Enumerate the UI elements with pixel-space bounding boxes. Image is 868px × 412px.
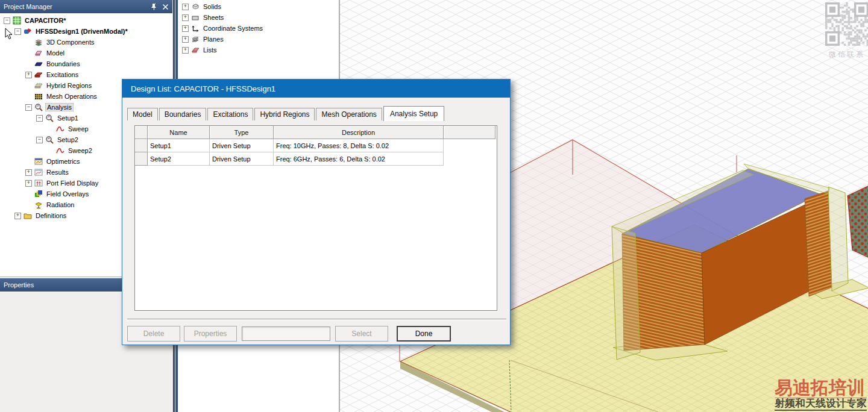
tree-item-solids[interactable]: +Solids — [178, 1, 339, 12]
tab-model[interactable]: Model — [127, 108, 158, 120]
dialog-title: Design List: CAPACITOR - HFSSDesign1 — [131, 84, 275, 93]
expander-excitations[interactable]: + — [25, 72, 32, 78]
analysis-icon — [34, 103, 44, 111]
tree-item-lists[interactable]: +Lists — [178, 45, 339, 55]
tab-hybrid-regions[interactable]: Hybrid Regions — [254, 108, 315, 120]
cell-description: Freq: 10GHz, Passes: 8, Delta S: 0.02 — [274, 139, 444, 152]
boundaries-icon — [34, 60, 44, 68]
expander-capacitor[interactable]: − — [4, 17, 10, 24]
row-selector[interactable] — [135, 152, 148, 166]
brand-watermark: 易迪拓培训 射频和天线设计专家 — [775, 378, 867, 411]
excitations-icon — [34, 70, 44, 79]
done-button[interactable]: Done — [397, 326, 451, 342]
lists-icon — [191, 46, 201, 54]
tree-item-planes[interactable]: +Planes — [178, 34, 339, 45]
expander-analysis[interactable]: − — [25, 104, 32, 111]
tree-item-label: Sweep2 — [67, 147, 93, 154]
tree-item-boundaries[interactable]: Boundaries — [0, 58, 172, 69]
tree-item-label: 3D Components — [45, 39, 96, 46]
brand-name: 易迪拓培训 — [775, 378, 867, 399]
column-header-empty — [444, 126, 495, 139]
properties-title: Properties — [4, 281, 34, 289]
tree-item-label: Boundaries — [45, 60, 81, 67]
pin-icon[interactable] — [151, 3, 157, 10]
tree-item-label: Solids — [202, 3, 222, 10]
qr-code-icon — [825, 2, 868, 46]
delete-button[interactable]: Delete — [127, 326, 180, 342]
tree-item-label: Setup1 — [56, 114, 80, 122]
expander-coordinate-systems[interactable]: + — [182, 25, 189, 32]
dialog-text-input[interactable] — [242, 326, 330, 341]
brand-tagline: 射频和天线设计专家 — [775, 398, 867, 411]
tree-item-label: Lists — [202, 46, 218, 54]
column-header-type: Type — [210, 126, 274, 139]
expander-setup1[interactable]: − — [36, 115, 43, 122]
properties-button[interactable]: Properties — [184, 326, 237, 342]
qr-watermark: 微信联系 — [825, 2, 868, 60]
tree-item-3d-components[interactable]: 3D Components — [0, 37, 172, 48]
select-button[interactable]: Select — [335, 326, 388, 342]
qr-caption: 微信联系 — [825, 49, 868, 60]
sweep-icon — [56, 146, 66, 155]
mesh-icon — [34, 92, 44, 101]
expander-port-field-display[interactable]: + — [25, 180, 32, 187]
column-header-name: Name — [148, 126, 210, 139]
expander-definitions[interactable]: + — [14, 213, 21, 219]
expander-planes[interactable]: + — [182, 36, 189, 43]
tree-item-label: Model — [45, 49, 66, 57]
expander-hfssdesign1-drivenmodal[interactable]: − — [14, 28, 21, 35]
tab-mesh-operations[interactable]: Mesh Operations — [316, 108, 382, 120]
hfss-window: Project Manager −CAPACITOR*−HFSSDesign1 … — [0, 0, 868, 412]
terminal-cap-right — [828, 187, 848, 291]
tab-analysis-setup[interactable]: Analysis Setup — [383, 106, 444, 121]
design-list-dialog: Design List: CAPACITOR - HFSSDesign1 Mod… — [122, 79, 511, 345]
setup-row-setup1[interactable]: Setup1Driven SetupFreq: 10GHz, Passes: 8… — [135, 139, 497, 152]
cell-name: Setup1 — [148, 139, 210, 152]
sheets-icon — [191, 13, 201, 22]
results-icon — [34, 168, 44, 176]
optimetrics-icon — [34, 157, 44, 166]
design-icon — [24, 27, 33, 36]
expander-lists[interactable]: + — [182, 47, 189, 54]
expander-setup2[interactable]: − — [36, 137, 43, 143]
tree-item-hfssdesign1-drivenmodal[interactable]: −HFSSDesign1 (DrivenModal)* — [0, 26, 172, 37]
cell-type: Driven Setup — [210, 139, 274, 152]
expander-results[interactable]: + — [25, 169, 32, 176]
tree-item-model[interactable]: Model — [0, 48, 172, 58]
setup-icon — [45, 136, 55, 144]
radiation-icon — [34, 201, 44, 209]
solids-icon — [191, 2, 201, 11]
tree-item-label: Analysis — [45, 103, 74, 111]
portfield-icon — [34, 179, 44, 187]
tab-excitations[interactable]: Excitations — [207, 108, 253, 120]
tree-item-label: Results — [45, 169, 70, 176]
close-icon[interactable] — [162, 4, 169, 10]
project-manager-titlebar[interactable]: Project Manager — [0, 0, 172, 13]
cell-description: Freq: 6GHz, Passes: 6, Delta S: 0.02 — [274, 152, 444, 166]
tab-boundaries[interactable]: Boundaries — [159, 108, 207, 120]
expander-solids[interactable]: + — [182, 4, 189, 10]
tree-item-coordinate-systems[interactable]: +Coordinate Systems — [178, 23, 339, 34]
expander-sheets[interactable]: + — [182, 14, 189, 21]
components3d-icon — [34, 38, 44, 46]
tree-item-label: HFSSDesign1 (DrivenModal)* — [34, 28, 129, 35]
tree-item-capacitor[interactable]: −CAPACITOR* — [0, 15, 172, 26]
row-selector[interactable] — [135, 139, 148, 152]
terminal-cap-left — [612, 226, 640, 360]
tree-item-label: Field Overlays — [45, 190, 90, 198]
column-header-empty — [135, 126, 148, 139]
setup-icon — [45, 114, 55, 122]
hybrid-icon — [34, 81, 44, 90]
tree-item-label: Port Field Display — [45, 179, 99, 187]
folder-icon — [24, 211, 33, 220]
tree-item-label: Hybrid Regions — [45, 82, 93, 89]
tree-item-label: Setup2 — [56, 136, 80, 143]
dialog-titlebar[interactable]: Design List: CAPACITOR - HFSSDesign1 — [122, 80, 510, 98]
setup-row-setup2[interactable]: Setup2Driven SetupFreq: 6GHz, Passes: 6,… — [135, 152, 497, 166]
dialog-tabs: ModelBoundariesExcitationsHybrid Regions… — [127, 106, 445, 120]
tree-item-sheets[interactable]: +Sheets — [178, 12, 339, 23]
project-manager-title: Project Manager — [4, 3, 52, 10]
setup-list[interactable]: NameTypeDescription Setup1Driven SetupFr… — [134, 125, 497, 311]
tree-item-label: Sweep — [67, 125, 90, 133]
tree-item-label: CAPACITOR* — [24, 17, 68, 24]
